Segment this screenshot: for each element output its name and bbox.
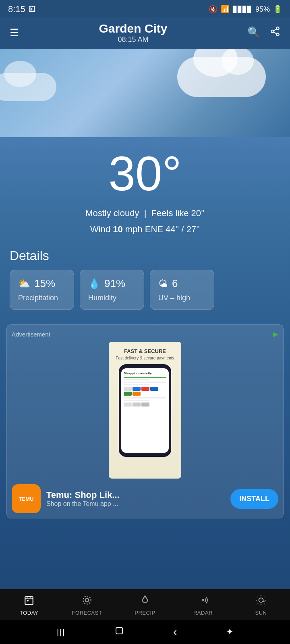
ad-footer: TEMU Temu: Shop Lik... Shop on the Temu … — [12, 484, 278, 513]
wind-unit: mph — [125, 224, 143, 234]
temu-logo: TEMU — [12, 484, 41, 513]
forecast-label: FORECAST — [72, 610, 102, 616]
uv-card-top: 🌤 6 — [158, 277, 206, 290]
svg-point-11 — [83, 596, 91, 604]
payment-logos — [124, 387, 166, 396]
payment-logo — [133, 387, 141, 391]
details-title: Details — [10, 248, 280, 263]
uv-icon: 🌤 — [158, 278, 168, 289]
wind-text: Wind 10 mph ENE 44° / 27° — [90, 224, 200, 234]
security-logo — [124, 402, 132, 407]
ad-label: Advertisement — [12, 331, 50, 338]
nav-forecast[interactable]: FORECAST — [58, 595, 116, 616]
nav-radar[interactable]: RADAR — [174, 595, 232, 616]
ad-banner-image[interactable]: FAST & SECURE Fast delivery & secure pay… — [109, 342, 181, 479]
details-cards: ⛅ 15% Precipitation 💧 91% Humidity 🌤 6 — [10, 270, 280, 310]
system-navigation-bar: ||| ‹ ✦ — [0, 620, 290, 644]
advertisement-section: Advertisement ▶ FAST & SECURE Fast deliv… — [6, 324, 284, 518]
svg-point-12 — [202, 599, 204, 601]
radar-icon — [198, 595, 208, 608]
signal-icon: ▊▊▊▊ — [233, 6, 252, 13]
precip-icon — [140, 595, 150, 608]
high-temp: 44° — [166, 224, 179, 234]
payment-logo — [133, 392, 141, 396]
recents-button[interactable]: ||| — [57, 627, 66, 637]
header-time: 08:15 AM — [118, 35, 148, 44]
svg-line-3 — [273, 32, 276, 34]
ad-info-icon[interactable]: ▶ — [273, 330, 278, 339]
precipitation-value: 15% — [34, 277, 55, 290]
status-icons: 🔇 📶 ▊▊▊▊ 95% 🔋 — [209, 5, 282, 14]
ad-title: FAST & SECURE — [124, 348, 166, 354]
ad-app-subtitle: Shop on the Temu app ... — [46, 500, 225, 508]
ad-app-info: Temu: Shop Lik... Shop on the Temu app .… — [46, 490, 225, 508]
today-label: TODAY — [20, 610, 38, 616]
back-button[interactable]: ‹ — [173, 625, 177, 638]
payment-logo — [141, 387, 149, 391]
low-temp: 27° — [186, 224, 200, 234]
sun-label: SUN — [255, 610, 267, 616]
weather-main: 30° Mostly cloudy | Feels like 20° Wind … — [0, 49, 290, 589]
weather-wind: Wind 10 mph ENE 44° / 27° — [0, 222, 290, 237]
nav-precip[interactable]: PRECIP — [116, 595, 174, 616]
sun-icon — [256, 595, 266, 608]
humidity-card: 💧 91% Humidity — [80, 270, 144, 310]
status-time: 8:15 🖼 — [8, 4, 36, 14]
ad-content: FAST & SECURE Fast delivery & secure pay… — [12, 342, 278, 479]
share-button[interactable] — [270, 26, 280, 39]
city-name: Garden City — [99, 22, 167, 35]
uv-card: 🌤 6 UV – high — [150, 270, 214, 310]
wind-label: Wind — [90, 224, 110, 234]
humidity-card-top: 💧 91% — [88, 277, 136, 290]
humidity-icon: 💧 — [88, 278, 100, 289]
bottom-navigation: TODAY FORECAST PRECIP RADAR — [0, 589, 290, 620]
svg-rect-5 — [25, 597, 33, 605]
cloud-shape-2 — [0, 73, 56, 101]
radar-label: RADAR — [193, 610, 213, 616]
temperature-section: 30° — [0, 137, 290, 202]
accessibility-button[interactable]: ✦ — [226, 627, 233, 637]
uv-label: UV – high — [158, 294, 206, 302]
forecast-icon — [82, 595, 92, 608]
wind-speed: 10 — [113, 224, 122, 234]
condition-label: Mostly cloudy — [85, 208, 139, 218]
cloud-shape-1 — [177, 57, 266, 97]
wifi-icon: 📶 — [221, 5, 230, 14]
search-button[interactable]: 🔍 — [247, 26, 260, 39]
payment-logo — [150, 387, 158, 391]
svg-line-4 — [273, 29, 276, 31]
security-logo — [141, 402, 149, 407]
ad-header: Advertisement ▶ — [12, 330, 278, 339]
condition-text: Mostly cloudy | Feels like 20° — [85, 208, 205, 218]
status-bar: 8:15 🖼 🔇 📶 ▊▊▊▊ 95% 🔋 — [0, 0, 290, 17]
payment-logo — [124, 387, 132, 391]
precipitation-label: Precipitation — [18, 294, 66, 302]
header-action-icons: 🔍 — [247, 26, 280, 39]
nav-sun[interactable]: SUN — [232, 595, 290, 616]
time-display: 8:15 — [8, 4, 25, 14]
payment-logo — [124, 392, 132, 396]
ad-phone-graphic: Shopping security — [119, 364, 171, 457]
ad-app-name: Temu: Shop Lik... — [46, 490, 225, 500]
nav-today[interactable]: TODAY — [0, 595, 58, 616]
battery-indicator: 95% — [255, 5, 270, 14]
svg-rect-9 — [27, 600, 29, 601]
humidity-value: 91% — [104, 277, 125, 290]
wind-direction: ENE — [145, 224, 163, 234]
precipitation-card-top: ⛅ 15% — [18, 277, 66, 290]
home-button[interactable] — [114, 626, 124, 638]
header-title-block: Garden City 08:15 AM — [99, 22, 167, 44]
temperature-display: 30° — [8, 149, 282, 198]
header: ☰ Garden City 08:15 AM 🔍 — [0, 17, 290, 49]
security-logo — [133, 402, 141, 407]
menu-button[interactable]: ☰ — [10, 27, 19, 39]
battery-icon: 🔋 — [273, 5, 282, 14]
ad-subtitle: Fast delivery & secure payments — [116, 356, 174, 360]
feels-like-text: Feels like 20° — [151, 208, 205, 218]
cloud-area — [0, 49, 290, 137]
precipitation-icon: ⛅ — [18, 278, 30, 289]
details-section: Details ⛅ 15% Precipitation 💧 91% Humidi… — [0, 237, 290, 316]
today-icon — [24, 595, 34, 608]
install-button[interactable]: INSTALL — [230, 489, 278, 509]
precip-label: PRECIP — [135, 610, 155, 616]
